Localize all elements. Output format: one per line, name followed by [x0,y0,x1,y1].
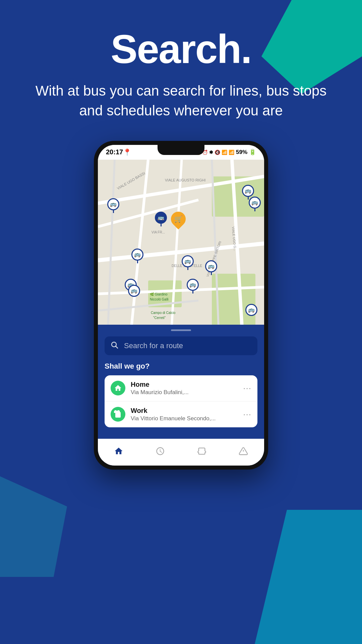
status-battery: 59% [236,149,247,156]
header-section: Search. With at bus you can search for l… [0,0,362,134]
location-marker[interactable]: 🛒 [171,212,186,226]
svg-text:VIA FR...: VIA FR... [152,230,165,234]
bus-marker-1[interactable]: 🚌 [107,198,119,213]
status-time: 20:17 [106,148,123,156]
battery-icon: 🔋 [249,149,256,156]
home-location-address: Via Maurizio Bufalini,... [131,389,238,396]
nav-home-icon [114,446,123,458]
bus-marker-3[interactable]: 🚌 [249,197,261,211]
nav-schedule[interactable] [139,446,181,458]
bus-marker-selected[interactable]: 🚌 [155,212,167,226]
bottom-sheet-handle[interactable] [171,329,191,331]
bus-marker-7[interactable]: 🚌 [187,279,199,293]
work-location-more-button[interactable]: ··· [243,409,251,420]
work-location-name: Work [131,407,238,415]
work-location-item[interactable]: Work Via Vittorio Emanuele Secondo,... ·… [105,401,257,427]
map-svg: VIALE UGO BASSI VIALE AUGUSTO RIGHI VIA … [98,160,264,327]
work-location-address: Via Vittorio Emanuele Secondo,... [131,415,238,422]
home-icon [111,381,125,395]
svg-line-25 [116,346,118,348]
phone-mockup: 20:17 📍 🔒 ⏰ ✱ 🔇 📶 📶 59% 🔋 [0,141,362,470]
home-location-more-button[interactable]: ··· [243,383,251,393]
svg-text:"Cerreti": "Cerreti" [153,316,166,320]
section-title: Shall we go? [105,362,257,371]
bg-decoration-bottom-left [0,476,67,577]
home-location-item[interactable]: Home Via Maurizio Bufalini,... ··· [105,375,257,401]
svg-text:Niccolò Galli: Niccolò Galli [150,298,169,301]
status-bar-right: 🔒 ⏰ ✱ 🔇 📶 📶 59% 🔋 [195,149,256,156]
map-view[interactable]: VIALE UGO BASSI VIALE AUGUSTO RIGHI VIA … [98,160,264,327]
svg-text:VIALE AUGUSTO RIGHI: VIALE AUGUSTO RIGHI [165,178,205,182]
svg-text:🌿 Giardino: 🌿 Giardino [150,292,168,297]
bus-marker-6[interactable]: 🚌 [205,260,217,275]
saved-locations-card: Home Via Maurizio Bufalini,... ··· Wor [105,375,257,427]
search-icon [111,341,120,351]
nav-tickets-icon [197,446,206,458]
bus-marker-4[interactable]: 🚌 [131,249,143,263]
work-icon [111,407,125,422]
phone-notch [158,145,204,155]
nav-home[interactable] [98,446,139,458]
bus-marker-8[interactable]: 🚌 [245,304,257,316]
search-placeholder: Search for a route [124,341,183,350]
search-bar[interactable]: Search for a route [105,336,257,355]
status-location-icon: 📍 [123,148,131,156]
nav-alerts[interactable] [223,446,264,458]
subtitle: With at bus you can search for lines, bu… [0,81,362,121]
work-location-text: Work Via Vittorio Emanuele Secondo,... [131,407,238,422]
home-location-text: Home Via Maurizio Bufalini,... [131,381,238,396]
phone-frame: 20:17 📍 🔒 ⏰ ✱ 🔇 📶 📶 59% 🔋 [94,141,268,470]
bg-decoration-bottom-right [255,510,362,644]
home-location-name: Home [131,381,238,388]
bottom-navigation [98,439,264,466]
svg-text:Campo di Calcio: Campo di Calcio [151,311,176,315]
bus-marker-5[interactable]: 🚌 [182,255,194,270]
nav-tickets[interactable] [181,446,223,458]
nav-schedule-icon [156,446,165,458]
phone-screen: 20:17 📍 🔒 ⏰ ✱ 🔇 📶 📶 59% 🔋 [98,145,264,466]
main-title: Search. [0,27,362,71]
bus-marker-double[interactable]: 🚌 🚌 [125,279,140,299]
nav-alerts-icon [239,446,248,458]
